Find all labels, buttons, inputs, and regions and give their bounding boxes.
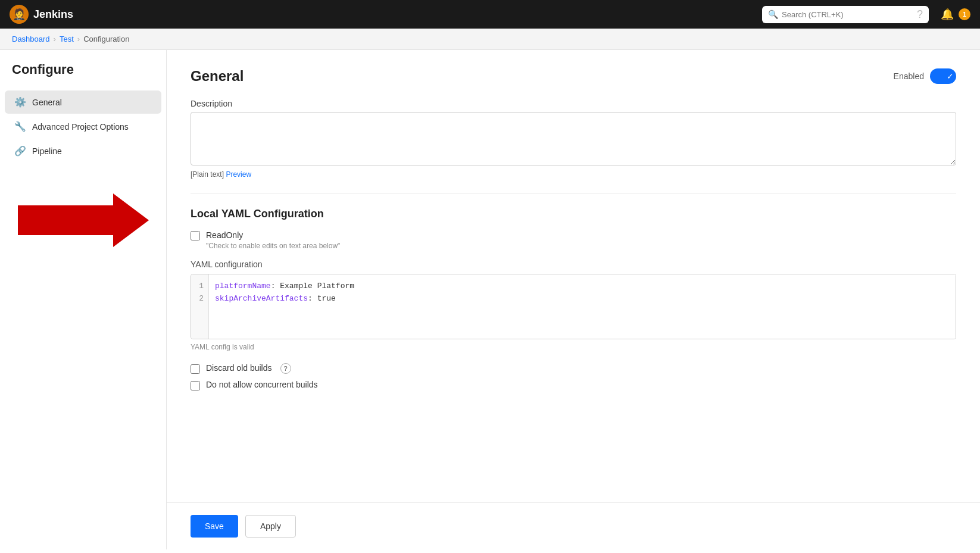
yaml-config-label: YAML configuration xyxy=(191,260,956,269)
breadcrumb-sep-1: › xyxy=(54,35,56,43)
description-textarea[interactable] xyxy=(191,112,956,165)
concurrent-builds-label[interactable]: Do not allow concurrent builds xyxy=(206,380,318,389)
discard-builds-group: Discard old builds ? xyxy=(191,363,956,374)
main-layout: Configure ⚙️ General 🔧 Advanced Project … xyxy=(0,50,980,549)
yaml-key-1: platformName xyxy=(215,282,271,290)
breadcrumb-current: Configuration xyxy=(83,35,129,43)
jenkins-logo-icon: 🤵 xyxy=(10,5,29,24)
search-icon: 🔍 xyxy=(768,10,778,19)
discard-builds-help-icon[interactable]: ? xyxy=(280,363,291,374)
breadcrumb: Dashboard › Test › Configuration xyxy=(0,29,980,50)
search-help-icon[interactable]: ? xyxy=(917,8,923,21)
pipeline-icon: 🔗 xyxy=(14,145,26,157)
enabled-label: Enabled xyxy=(894,71,924,81)
search-bar[interactable]: 🔍 ? xyxy=(762,6,929,23)
yaml-key-2: skipArchiveArtifacts xyxy=(215,294,308,303)
yaml-value-2: : true xyxy=(308,294,336,303)
bottom-actions: Save Apply xyxy=(167,502,980,549)
bell-icon[interactable]: 🔔 xyxy=(941,8,954,21)
save-button[interactable]: Save xyxy=(191,515,238,538)
concurrent-builds-group: Do not allow concurrent builds xyxy=(191,380,956,390)
section-title: General xyxy=(191,68,244,85)
preview-link[interactable]: Preview xyxy=(226,170,251,179)
sidebar-title: Configure xyxy=(0,62,166,89)
discard-builds-checkbox[interactable] xyxy=(191,364,200,374)
yaml-content[interactable]: platformName: Example Platform skipArchi… xyxy=(209,274,956,339)
yaml-valid-message: YAML config is valid xyxy=(191,343,956,351)
yaml-line-numbers: 12 xyxy=(191,274,209,339)
plain-text-note: [Plain text] Preview xyxy=(191,170,956,179)
top-navigation: 🤵 Jenkins 🔍 ? 🔔 1 xyxy=(0,0,980,29)
discard-builds-label[interactable]: Discard old builds xyxy=(206,363,272,373)
search-input[interactable] xyxy=(782,10,910,19)
sidebar-item-advanced-project-options[interactable]: 🔧 Advanced Project Options xyxy=(5,115,161,138)
jenkins-logo: 🤵 Jenkins xyxy=(10,5,73,24)
yaml-line-1: platformName: Example Platform xyxy=(215,280,950,293)
notification-area: 🔔 1 xyxy=(941,8,970,21)
jenkins-title: Jenkins xyxy=(33,8,73,21)
sidebar: Configure ⚙️ General 🔧 Advanced Project … xyxy=(0,50,167,549)
yaml-line-2: skipArchiveArtifacts: true xyxy=(215,293,950,305)
sidebar-label-advanced: Advanced Project Options xyxy=(32,122,129,132)
general-icon: ⚙️ xyxy=(14,96,26,108)
notification-badge: 1 xyxy=(959,8,970,20)
description-group: Description [Plain text] Preview xyxy=(191,99,956,179)
apply-button[interactable]: Apply xyxy=(245,515,296,538)
concurrent-builds-checkbox[interactable] xyxy=(191,381,200,390)
breadcrumb-sep-2: › xyxy=(77,35,80,43)
breadcrumb-dashboard[interactable]: Dashboard xyxy=(12,35,50,43)
sidebar-label-pipeline: Pipeline xyxy=(32,146,62,156)
red-arrow-annotation xyxy=(18,190,149,252)
section-divider xyxy=(191,193,956,193)
yaml-value-1: : Example Platform xyxy=(271,282,354,290)
svg-marker-0 xyxy=(18,193,149,247)
sidebar-item-pipeline[interactable]: 🔗 Pipeline xyxy=(5,139,161,163)
advanced-icon: 🔧 xyxy=(14,121,26,132)
readonly-checkbox[interactable] xyxy=(191,231,200,240)
description-label: Description xyxy=(191,99,956,108)
readonly-label[interactable]: ReadOnly xyxy=(206,230,243,240)
breadcrumb-test[interactable]: Test xyxy=(60,35,74,43)
main-content: General Enabled Description [Plain text]… xyxy=(167,50,980,502)
plain-text-label: [Plain text] xyxy=(191,170,224,179)
enabled-toggle-switch[interactable] xyxy=(930,68,956,84)
enabled-toggle-area: Enabled xyxy=(894,68,956,84)
sidebar-label-general: General xyxy=(32,98,62,107)
section-header: General Enabled xyxy=(191,68,956,85)
yaml-editor-container: 12 platformName: Example Platform skipAr… xyxy=(191,274,956,339)
readonly-hint: "Check to enable edits on text area belo… xyxy=(206,242,340,250)
readonly-checkbox-group: ReadOnly "Check to enable edits on text … xyxy=(191,230,956,250)
sidebar-item-general[interactable]: ⚙️ General xyxy=(5,90,161,114)
yaml-section-title: Local YAML Configuration xyxy=(191,208,956,220)
